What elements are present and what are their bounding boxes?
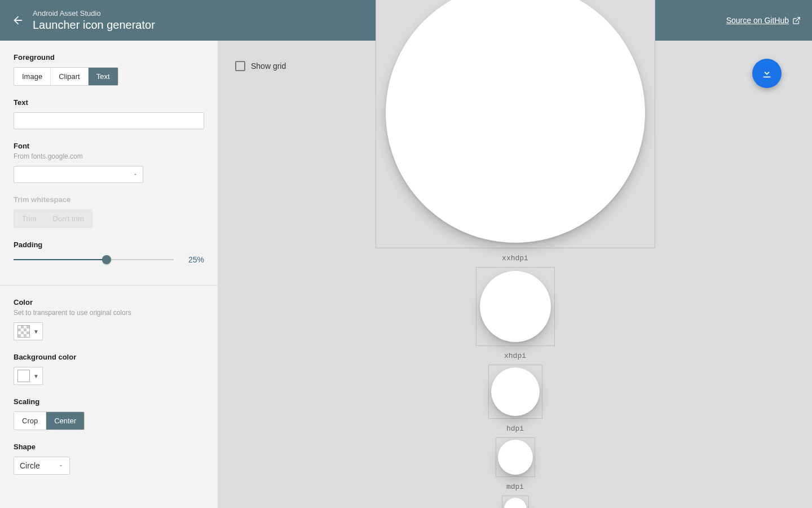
shape-select-value: Circle	[20, 461, 40, 470]
font-hint: From fonts.google.com	[14, 152, 204, 160]
color-hint: Set to transparent to use original color…	[14, 309, 204, 317]
preview-card-xxxhdpi	[376, 0, 655, 248]
caret-down-icon: ▼	[33, 373, 39, 379]
shape-select[interactable]: Circle	[14, 457, 70, 475]
density-label-hdpi: hdpi	[506, 424, 524, 433]
download-icon	[761, 67, 773, 80]
icon-preview-hdpi	[498, 440, 533, 475]
density-label-xxhdpi: xxhdpi	[502, 254, 528, 262]
color-picker[interactable]: ▼	[14, 322, 43, 340]
preview-card-hdpi	[496, 437, 535, 477]
scaling-option-crop[interactable]: Crop	[14, 412, 46, 430]
show-grid-toggle[interactable]: Show grid	[235, 61, 286, 71]
icon-preview-xxxhdpi	[386, 0, 645, 243]
text-label: Text	[14, 98, 204, 107]
foreground-option-clipart[interactable]: Clipart	[50, 68, 88, 85]
preview-card-xxhdpi	[476, 267, 555, 346]
scaling-option-center[interactable]: Center	[46, 412, 84, 430]
icon-preview-xhdpi	[491, 367, 540, 416]
text-input[interactable]	[14, 112, 204, 129]
icon-preview-mdpi	[504, 498, 527, 508]
trim-option-donttrim: Don't trim	[45, 210, 92, 227]
foreground-segmented: Image Clipart Text	[14, 67, 118, 86]
padding-label: Padding	[14, 240, 204, 249]
caret-down-icon: ▼	[33, 329, 39, 335]
show-grid-label: Show grid	[251, 62, 286, 71]
white-swatch-icon	[17, 370, 30, 382]
shape-label: Shape	[14, 443, 204, 451]
preview-column: xxhdpi xhdpi hdpi mdpi	[374, 0, 656, 508]
background-color-picker[interactable]: ▼	[14, 367, 43, 385]
foreground-option-image[interactable]: Image	[14, 68, 50, 85]
density-label-xhdpi: xhdpi	[504, 352, 526, 360]
bgcolor-label: Background color	[14, 353, 204, 361]
density-label-mdpi: mdpi	[506, 483, 524, 491]
font-label: Font	[14, 142, 204, 150]
preview-card-mdpi	[502, 496, 529, 508]
app-suptitle: Android Asset Studio	[33, 9, 155, 17]
scaling-label: Scaling	[14, 397, 204, 406]
source-on-github-link[interactable]: Source on GitHub	[726, 16, 801, 25]
settings-sidebar: Foreground Image Clipart Text Text Font …	[0, 41, 218, 508]
color-label: Color	[14, 298, 204, 306]
source-link-label: Source on GitHub	[726, 16, 789, 25]
font-select[interactable]	[14, 166, 143, 183]
scaling-segmented: Crop Center	[14, 411, 85, 430]
checkbox-unchecked-icon	[235, 61, 245, 71]
caret-down-icon	[133, 169, 138, 179]
icon-preview-xxhdpi	[480, 271, 551, 342]
svg-line-1	[796, 17, 800, 21]
padding-value: 25%	[184, 255, 204, 264]
trim-segmented: Trim Don't trim	[14, 209, 92, 228]
back-arrow-icon[interactable]	[11, 14, 25, 27]
foreground-label: Foreground	[14, 53, 204, 62]
external-link-icon	[792, 16, 801, 25]
preview-card-xhdpi	[488, 365, 542, 419]
page-title: Launcher icon generator	[33, 19, 155, 32]
trim-label: Trim whitespace	[14, 195, 204, 204]
preview-area: Show grid xxhdpi xhdpi hdpi	[218, 41, 812, 508]
trim-option-trim: Trim	[14, 210, 45, 227]
caret-down-icon	[58, 461, 64, 470]
download-button[interactable]	[752, 59, 782, 88]
transparent-swatch-icon	[17, 325, 30, 338]
padding-slider[interactable]	[14, 255, 174, 265]
foreground-option-text[interactable]: Text	[88, 68, 118, 85]
